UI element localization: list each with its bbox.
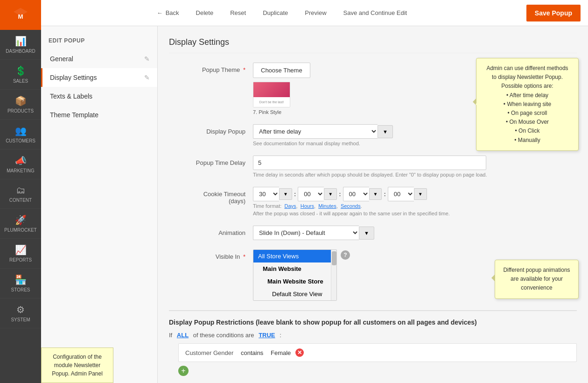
- visible-in-required: *: [243, 253, 245, 260]
- scrollbar-thumb: [332, 251, 336, 265]
- sidebar-item-marketing[interactable]: 📣 MARKETING: [0, 149, 41, 179]
- tooltip-main-arrow: [469, 98, 476, 106]
- delete-button[interactable]: Delete: [192, 7, 217, 18]
- main-area: ← Back Delete Reset Duplicate Preview Sa…: [41, 0, 588, 383]
- condition-op-value: contains: [241, 349, 263, 356]
- save-continue-button[interactable]: Save and Continue Edit: [340, 7, 411, 18]
- cookie-timeout-row: Cookie Timeout (days) 30 ▼ : 00: [169, 187, 577, 216]
- condition-true-link[interactable]: TRUE: [259, 332, 275, 339]
- days-arrow[interactable]: ▼: [279, 188, 292, 200]
- edit-icon-display: ✎: [144, 74, 150, 81]
- condition-field-label: Customer Gender: [185, 349, 233, 356]
- seconds-select[interactable]: 00: [388, 187, 414, 201]
- visible-in-dropdown[interactable]: All Store Views Main Website Main Websit…: [253, 249, 337, 301]
- condition-all-link[interactable]: ALL: [177, 332, 189, 339]
- popup-time-delay-input[interactable]: [253, 156, 486, 170]
- days-group: 30 ▼: [253, 187, 292, 201]
- display-popup-label: Display Popup: [169, 124, 253, 135]
- duplicate-button[interactable]: Duplicate: [259, 7, 292, 18]
- back-button[interactable]: ← Back: [153, 7, 183, 18]
- sidebar-item-content[interactable]: 🗂 CONTENT: [0, 179, 41, 209]
- left-nav: M 📊 DASHBOARD 💲 SALES 📦 PRODUCTS 👥 CUSTO…: [0, 0, 41, 383]
- main-tooltip: Admin can use different methods to displ…: [476, 58, 579, 151]
- visible-in-option-default-store[interactable]: Default Store View: [253, 288, 336, 300]
- hours-link[interactable]: Hours: [301, 203, 314, 209]
- add-condition-button[interactable]: +: [178, 366, 189, 376]
- display-popup-arrow[interactable]: ▼: [378, 125, 393, 138]
- animation-select[interactable]: Slide In (Down) - Default Fade In Zoom I…: [253, 226, 359, 240]
- visible-in-option-main-website-store[interactable]: Main Website Store: [253, 275, 336, 288]
- sidebar-item-products[interactable]: 📦 PRODUCTS: [0, 90, 41, 120]
- hours-group: 00 ▼: [298, 187, 337, 201]
- reset-button[interactable]: Reset: [226, 7, 250, 18]
- minutes-link[interactable]: Minutes: [318, 203, 336, 209]
- condition-inner: Customer Gender contains Female ✕: [178, 343, 577, 362]
- hours-select[interactable]: 00: [298, 187, 324, 201]
- products-icon: 📦: [15, 95, 27, 106]
- content-area: EDIT POPUP General ✎ Display Settings ✎ …: [41, 26, 588, 383]
- sidebar-item-stores[interactable]: 🏪 STORES: [0, 269, 41, 298]
- days-select[interactable]: 30: [253, 187, 279, 201]
- sidebar-item-reports[interactable]: 📈 REPORTS: [0, 239, 41, 269]
- visible-in-label: Visible In *: [169, 249, 253, 260]
- days-link[interactable]: Days: [284, 203, 296, 209]
- sidebar-item-general[interactable]: General ✎: [41, 50, 157, 68]
- nav-logo[interactable]: M: [0, 0, 41, 30]
- preview-button[interactable]: Preview: [301, 7, 330, 18]
- popup-time-delay-label: Popup Time Delay: [169, 156, 253, 166]
- choose-theme-button[interactable]: Choose Theme: [253, 63, 310, 78]
- minutes-select[interactable]: 00: [343, 187, 369, 201]
- seconds-link[interactable]: Seconds: [341, 203, 361, 209]
- question-icon[interactable]: ?: [341, 250, 350, 260]
- minutes-arrow[interactable]: ▼: [369, 188, 382, 200]
- marketing-icon: 📣: [15, 155, 27, 166]
- top-bar-actions: ← Back Delete Reset Duplicate Preview Sa…: [49, 7, 515, 18]
- sidebar-item-display-settings[interactable]: Display Settings ✎: [41, 68, 157, 87]
- animation-label: Animation: [169, 226, 253, 236]
- display-popup-select-row: After time delay When leaving site On pa…: [253, 124, 393, 139]
- scrollbar-track: [331, 250, 336, 300]
- popup-theme-label: Popup Theme *: [169, 63, 253, 73]
- popup-theme-required: *: [243, 66, 245, 73]
- save-popup-button[interactable]: Save Popup: [526, 5, 581, 21]
- sidebar-item-plumrocket[interactable]: 🚀 PLUMROCKET: [0, 209, 41, 239]
- condition-val-label: [266, 349, 268, 356]
- cookie-timeout-help: After the popup was closed - it will app…: [253, 211, 577, 216]
- edit-popup-title: EDIT POPUP: [41, 34, 157, 50]
- seconds-group: 00 ▼: [388, 187, 427, 201]
- condition-these-text: of these conditions are: [191, 332, 256, 339]
- sidebar-item-system[interactable]: ⚙ SYSTEM: [0, 298, 41, 328]
- animation-row: Animation Slide In (Down) - Default Fade…: [169, 226, 577, 240]
- reports-icon: 📈: [15, 244, 27, 255]
- display-popup-select[interactable]: After time delay When leaving site On pa…: [253, 124, 378, 139]
- main-tooltip-text: Admin can use different methods to displ…: [486, 65, 568, 143]
- plumrocket-icon: 🚀: [15, 214, 27, 226]
- restriction-section: Display Popup Restrictions (leave blank …: [169, 310, 577, 376]
- animation-field: Slide In (Down) - Default Fade In Zoom I…: [253, 226, 577, 240]
- hours-arrow[interactable]: ▼: [324, 188, 337, 200]
- condition-if-text: If: [169, 332, 174, 339]
- content-icon: 🗂: [16, 185, 25, 196]
- sidebar-item-theme-template[interactable]: Theme Template: [41, 106, 157, 124]
- sidebar-item-sales[interactable]: 💲 SALES: [0, 60, 41, 90]
- colon-2: :: [337, 191, 343, 198]
- time-fields-wrapper: 30 ▼ : 00 ▼ : 00 ▼: [253, 187, 577, 201]
- sidebar-item-dashboard[interactable]: 📊 DASHBOARD: [0, 30, 41, 60]
- animation-tooltip-text: Different popup animations are available…: [503, 267, 570, 291]
- condition-val-value: Female: [271, 349, 291, 356]
- condition-remove-button[interactable]: ✕: [295, 348, 304, 357]
- theme-preview: Don't be the last!: [253, 82, 290, 107]
- seconds-arrow[interactable]: ▼: [414, 188, 427, 200]
- animation-arrow[interactable]: ▼: [359, 227, 374, 240]
- condition-colon-text: :: [278, 332, 281, 339]
- visible-in-option-all[interactable]: All Store Views: [253, 250, 336, 262]
- top-bar: ← Back Delete Reset Duplicate Preview Sa…: [41, 0, 588, 26]
- colon-1: :: [292, 191, 298, 198]
- sidebar-item-customers[interactable]: 👥 CUSTOMERS: [0, 120, 41, 149]
- theme-preview-inner: Don't be the last!: [253, 82, 290, 107]
- bottom-left-tooltip: Configuration of the module Newsletter P…: [41, 348, 113, 383]
- sidebar-item-texts-labels[interactable]: Texts & Labels: [41, 87, 157, 106]
- section-title: Display Settings: [169, 37, 577, 53]
- visible-in-option-main-website[interactable]: Main Website: [253, 262, 336, 275]
- stores-icon: 🏪: [15, 274, 27, 285]
